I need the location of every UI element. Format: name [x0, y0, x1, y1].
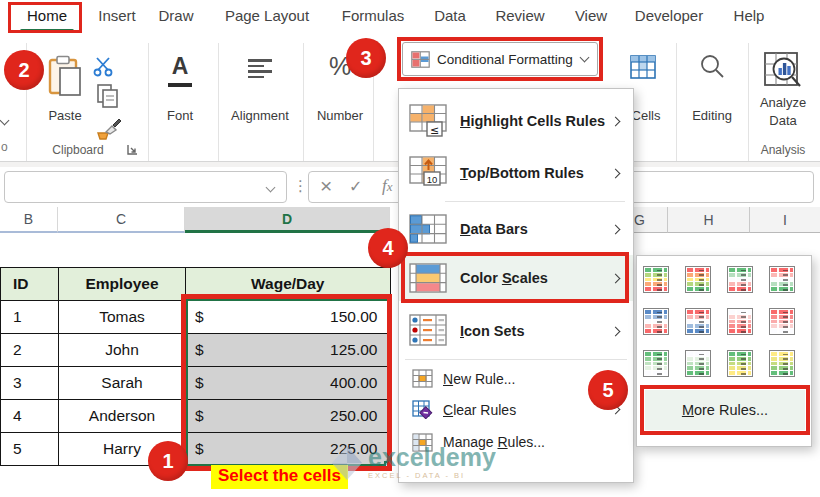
- column-headers-left: B C D: [0, 207, 390, 233]
- font-a-icon: A: [172, 53, 189, 80]
- top-bottom-rules-icon: 10: [409, 156, 449, 190]
- cell-id[interactable]: 3: [1, 367, 59, 400]
- color-scale-swatch-white-green[interactable]: [685, 350, 711, 377]
- menu-item-label: Manage Rules...: [443, 434, 545, 450]
- name-box-chevron[interactable]: [266, 183, 276, 193]
- fx-icon[interactable]: fx: [382, 176, 393, 196]
- tab-review[interactable]: Review: [495, 7, 544, 24]
- cell-name[interactable]: Anderson: [59, 400, 186, 433]
- color-scale-swatch-red-white-green[interactable]: [769, 266, 795, 293]
- tab-help[interactable]: Help: [734, 7, 765, 24]
- tab-view[interactable]: View: [575, 7, 607, 24]
- clear-rules-icon: [412, 400, 433, 419]
- analyze-data-label-2: Data: [769, 113, 796, 128]
- cells-group-label: Cells: [632, 108, 661, 123]
- annotation-box-home: [8, 2, 82, 33]
- color-scale-swatch-blue-white-red[interactable]: [643, 308, 669, 335]
- cell-id[interactable]: 4: [1, 400, 59, 433]
- cell-id[interactable]: 2: [1, 334, 59, 367]
- editing-group-label: Editing: [692, 108, 732, 123]
- excel-window: Home Insert Draw Page Layout Formulas Da…: [0, 0, 820, 497]
- tab-draw[interactable]: Draw: [158, 7, 193, 24]
- menu-item-label: New Rule...: [443, 371, 515, 387]
- submenu-chevron-icon: [611, 224, 621, 234]
- svg-text:≤: ≤: [430, 124, 439, 137]
- menu-item-manage-rules[interactable]: Manage Rules...: [399, 425, 633, 459]
- group-divider: [218, 43, 219, 161]
- color-scale-swatch-green-yellow[interactable]: [727, 350, 753, 377]
- color-scale-swatch-green-white-red[interactable]: [727, 266, 753, 293]
- annotation-box-conditional-formatting: [397, 37, 603, 81]
- conditional-formatting-menu: ≤ Highlight Cells Rules 10 Top/Bottom Ru…: [398, 88, 634, 483]
- tab-formulas[interactable]: Formulas: [342, 7, 405, 24]
- group-divider: [676, 43, 677, 161]
- menu-item-label: Clear Rules: [443, 402, 516, 418]
- menu-item-highlight-cells-rules[interactable]: ≤ Highlight Cells Rules: [399, 95, 633, 147]
- annotation-badge-1: 1: [148, 441, 188, 481]
- group-divider: [748, 43, 749, 161]
- clipboard-dialog-launcher-icon[interactable]: [126, 143, 139, 156]
- font-underline-bar: [168, 83, 192, 87]
- new-rule-icon: [412, 369, 433, 388]
- header-id[interactable]: ID: [1, 268, 59, 301]
- color-scale-swatch-white-red[interactable]: [727, 308, 753, 335]
- menu-separator: [405, 359, 627, 360]
- menu-item-label: Icon Sets: [460, 323, 524, 339]
- menu-item-top-bottom-rules[interactable]: 10 Top/Bottom Rules: [399, 147, 633, 199]
- menu-item-label: Top/Bottom Rules: [460, 165, 584, 181]
- alignment-group-label: Alignment: [231, 108, 289, 123]
- submenu-chevron-icon: [611, 116, 621, 126]
- tab-page-layout[interactable]: Page Layout: [225, 7, 309, 24]
- enter-icon[interactable]: ✓: [349, 177, 362, 196]
- menu-item-label: Data Bars: [460, 221, 528, 237]
- highlight-cells-rules-icon: ≤: [409, 104, 449, 138]
- header-employee[interactable]: Employee: [59, 268, 186, 301]
- color-scale-swatch-green-yellow-red[interactable]: [643, 266, 669, 293]
- annotation-box-more-rules: [640, 385, 810, 435]
- color-scale-swatch-green-white[interactable]: [643, 350, 669, 377]
- color-scale-swatch-yellow-green[interactable]: [769, 350, 795, 377]
- copy-icon: [96, 83, 120, 109]
- tab-developer[interactable]: Developer: [635, 7, 703, 24]
- cell-name[interactable]: John: [59, 334, 186, 367]
- clipboard-group-label: Clipboard: [52, 143, 103, 157]
- paste-clipboard-icon: [48, 55, 82, 97]
- tab-insert[interactable]: Insert: [98, 7, 136, 24]
- column-header-i[interactable]: I: [750, 207, 820, 233]
- name-box[interactable]: [4, 171, 287, 203]
- cropped-chevron-icon: [1, 113, 8, 127]
- font-group-label: Font: [167, 108, 193, 123]
- analyze-data-label-1: Analyze: [760, 95, 806, 110]
- formula-bar-dots-icon[interactable]: ⋮: [293, 177, 308, 195]
- analysis-group-label: Analysis: [761, 143, 806, 157]
- menu-item-icon-sets[interactable]: Icon Sets: [399, 305, 633, 357]
- cell-id[interactable]: 1: [1, 301, 59, 334]
- annotation-badge-4: 4: [368, 228, 408, 268]
- color-scale-swatch-red-white-blue[interactable]: [685, 308, 711, 335]
- color-scale-swatch-red-white[interactable]: [769, 308, 795, 335]
- annotation-box-selected-cells: [181, 294, 392, 471]
- cell-name[interactable]: Sarah: [59, 367, 186, 400]
- column-header-c[interactable]: C: [58, 207, 185, 233]
- cancel-icon[interactable]: ×: [320, 174, 332, 198]
- data-bars-icon: [409, 212, 449, 246]
- column-header-h[interactable]: H: [668, 207, 750, 233]
- menu-item-data-bars[interactable]: Data Bars: [399, 203, 633, 255]
- select-the-cells-callout: Select the cells: [211, 465, 348, 489]
- annotation-badge-5: 5: [588, 370, 628, 410]
- cell-id[interactable]: 5: [1, 433, 59, 466]
- tab-data[interactable]: Data: [434, 7, 466, 24]
- cells-table-icon: [630, 55, 656, 79]
- color-scale-swatch-red-yellow-green[interactable]: [685, 266, 711, 293]
- paste-label: Paste: [48, 108, 81, 123]
- annotation-badge-2: 2: [4, 50, 44, 90]
- column-header-d[interactable]: D: [185, 207, 390, 233]
- menu-item-label: Highlight Cells Rules: [460, 113, 605, 129]
- analyze-data-icon: [763, 51, 803, 91]
- magnifier-icon: [698, 53, 726, 81]
- column-header-b[interactable]: B: [0, 207, 58, 233]
- cell-name[interactable]: Tomas: [59, 301, 186, 334]
- group-divider: [148, 43, 149, 161]
- annotation-badge-3: 3: [346, 38, 386, 78]
- number-group-label: Number: [317, 108, 363, 123]
